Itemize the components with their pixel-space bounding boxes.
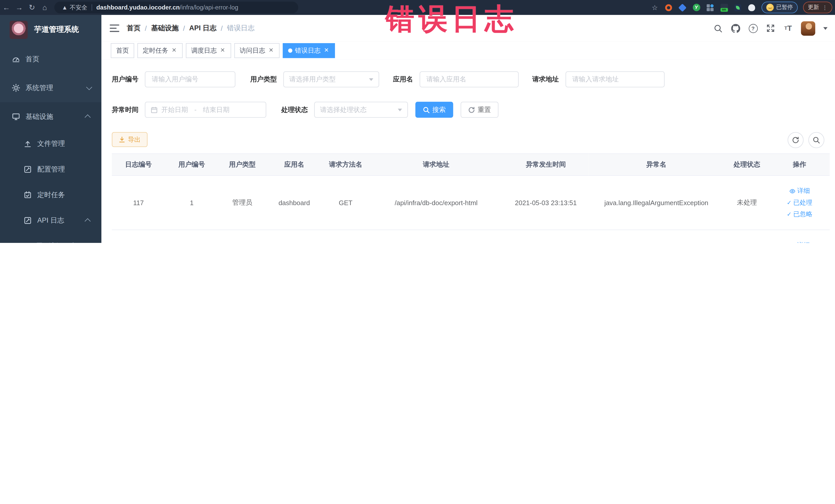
table-header-row: 日志编号 用户编号 用户类型 应用名 请求方法名 请求地址 异常发生时间 异常名…: [112, 154, 830, 176]
search-icon[interactable]: [713, 23, 722, 33]
gauge-icon: [12, 55, 20, 63]
cell-time: 2021-05-03 23:13:51: [503, 176, 589, 230]
avatar-caret-icon[interactable]: [823, 27, 828, 29]
app-name-input[interactable]: [420, 72, 518, 87]
table-toolbar: 导出: [112, 132, 824, 147]
close-icon[interactable]: ✕: [171, 47, 177, 54]
logo-image: [9, 21, 28, 39]
tab-access-log[interactable]: 访问日志✕: [235, 43, 280, 58]
request-url-label: 请求地址: [532, 75, 559, 84]
sidebar-item-infrastructure[interactable]: 基础设施: [0, 102, 101, 131]
breadcrumb: 首页 / 基础设施 / API 日志 / 错误日志: [127, 23, 254, 33]
sidebar-item-file-management[interactable]: 文件管理: [0, 131, 101, 157]
mark-processed-link[interactable]: ✓已处理: [787, 198, 812, 207]
chevron-up-icon: [85, 115, 90, 120]
sidebar-item-label: 文件管理: [37, 139, 65, 148]
request-url-field[interactable]: [571, 75, 658, 84]
cell-user-type: 管理员: [219, 230, 266, 243]
magnifier-icon: [423, 106, 430, 113]
tab-schedule-log[interactable]: 调度日志✕: [186, 43, 231, 58]
bookmark-star-icon[interactable]: ☆: [650, 3, 659, 12]
close-icon[interactable]: ✕: [323, 47, 330, 54]
breadcrumb-home[interactable]: 首页: [127, 23, 141, 33]
tab-label: 定时任务: [143, 46, 168, 55]
extension-orange-icon[interactable]: [664, 3, 673, 12]
cell-log-id: 116: [112, 230, 165, 243]
detail-label: 详细: [797, 241, 810, 243]
cell-app: dashboard: [266, 176, 322, 230]
reset-button[interactable]: 重置: [461, 102, 498, 118]
sidebar-item-home[interactable]: 首页: [0, 45, 101, 74]
search-button[interactable]: 搜索: [415, 102, 453, 118]
sidebar-item-label: 访问日志: [49, 241, 77, 243]
eye-icon: [789, 242, 796, 243]
address-bar[interactable]: ▲ 不安全 dashboard.yudao.iocoder.cn /infra/…: [55, 2, 298, 13]
app-name-field[interactable]: [425, 75, 513, 84]
sidebar-item-scheduled-tasks[interactable]: 定时任务: [0, 182, 101, 208]
sidebar-item-config-management[interactable]: 配置管理: [0, 157, 101, 182]
col-user-type: 用户类型: [219, 154, 266, 176]
breadcrumb-infrastructure[interactable]: 基础设施: [151, 23, 179, 33]
github-icon[interactable]: [731, 23, 740, 33]
fullscreen-icon[interactable]: [766, 23, 775, 33]
extension-leaf-icon[interactable]: [734, 3, 742, 12]
kebab-menu-icon[interactable]: ⋮: [822, 5, 828, 11]
user-id-field[interactable]: [151, 75, 229, 84]
close-icon[interactable]: ✕: [268, 47, 274, 54]
app-logo[interactable]: 芋道管理系统: [0, 15, 101, 45]
export-button[interactable]: 导出: [112, 132, 148, 147]
cell-user-id: 1: [165, 176, 218, 230]
sidebar-item-system-management[interactable]: 系统管理: [0, 74, 101, 102]
tab-error-log[interactable]: 错误日志✕: [283, 43, 335, 58]
tab-scheduled-tasks[interactable]: 定时任务✕: [137, 43, 183, 58]
url-path: /infra/log/api-error-log: [180, 4, 238, 11]
chevron-down-icon: [86, 84, 92, 90]
col-log-id: 日志编号: [112, 154, 165, 176]
screen: 错误日志 ← → ↻ ⌂ ▲ 不安全 dashboard.yudao.iocod…: [0, 0, 835, 243]
filter-row-1: 用户编号 用户类型 请选择用户类型 应用名 请求地址: [112, 72, 824, 87]
profile-emoji-icon: [766, 4, 773, 11]
mark-ignored-link[interactable]: ✓已忽略: [787, 210, 812, 219]
extension-green-icon[interactable]: Y: [692, 3, 700, 12]
reset-button-label: 重置: [478, 105, 491, 114]
detail-link[interactable]: 详细: [789, 241, 810, 243]
hamburger-icon[interactable]: [109, 24, 119, 32]
extension-paw-icon[interactable]: [748, 3, 756, 12]
tab-label: 调度日志: [191, 46, 217, 55]
user-type-select[interactable]: 请选择用户类型: [283, 72, 379, 87]
extension-switch-icon[interactable]: on: [720, 3, 728, 12]
reload-icon[interactable]: ↻: [26, 3, 39, 12]
sidebar-item-access-log[interactable]: 访问日志: [0, 234, 101, 243]
user-avatar[interactable]: [801, 21, 815, 36]
help-icon[interactable]: ?: [748, 23, 758, 33]
forward-icon[interactable]: →: [13, 3, 26, 12]
breadcrumb-separator: /: [145, 24, 147, 32]
magnifier-icon: [813, 136, 820, 144]
extension-grid-icon[interactable]: [706, 3, 714, 12]
app-title: 芋道管理系统: [34, 25, 79, 35]
breadcrumb-api-log[interactable]: API 日志: [189, 23, 217, 33]
close-icon[interactable]: ✕: [220, 47, 226, 54]
chrome-update-button[interactable]: 更新 ⋮: [803, 2, 832, 13]
paused-label: 已暂停: [776, 4, 793, 11]
refresh-circle-button[interactable]: [788, 132, 803, 148]
extension-shield-icon[interactable]: [678, 3, 687, 12]
back-icon[interactable]: ←: [0, 3, 13, 12]
profile-paused-badge[interactable]: 已暂停: [761, 2, 798, 13]
process-status-label: 处理状态: [281, 105, 308, 114]
exception-time-label: 异常时间: [112, 105, 139, 114]
tab-home[interactable]: 首页: [111, 43, 134, 58]
detail-link[interactable]: 详细: [789, 186, 810, 195]
eye-icon: [789, 188, 796, 194]
font-size-icon[interactable]: TT: [783, 23, 793, 33]
sidebar: 芋道管理系统 首页 系统管理 基础设施 文件管理 配置管理: [0, 15, 101, 243]
check-icon: ✓: [787, 211, 792, 218]
process-status-select[interactable]: 请选择处理状态: [314, 102, 408, 118]
download-icon: [119, 136, 125, 143]
home-icon[interactable]: ⌂: [38, 3, 51, 12]
sidebar-item-api-log[interactable]: API 日志: [0, 208, 101, 234]
exception-time-range-picker[interactable]: 开始日期 - 结束日期: [145, 102, 266, 118]
request-url-input[interactable]: [565, 72, 664, 87]
search-toggle-button[interactable]: [808, 132, 824, 148]
user-id-input[interactable]: [145, 72, 236, 87]
